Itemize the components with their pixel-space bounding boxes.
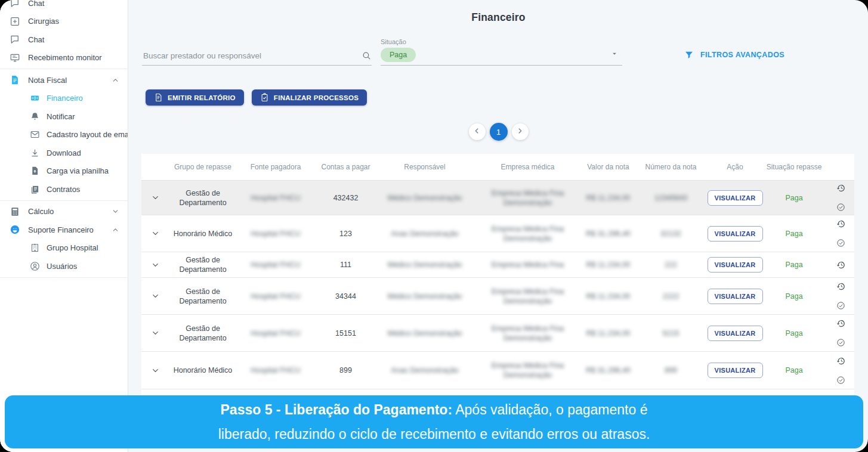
history-icon[interactable] xyxy=(836,261,845,270)
chevron-down-icon[interactable] xyxy=(610,49,619,58)
cell-fonte-pagadora: Hospital FHCU xyxy=(237,326,314,340)
history-icon[interactable] xyxy=(836,282,845,291)
cell-valor-nota: R$ 11.234,00 xyxy=(583,289,634,304)
expand-row-icon[interactable] xyxy=(141,329,169,338)
sidebar-item-label: Usuários xyxy=(47,262,77,271)
financial-table: Grupo de repasseFonte pagadoraContas a p… xyxy=(141,154,854,426)
sidebar-item-chat[interactable]: Chat xyxy=(0,30,128,49)
prev-page-button[interactable] xyxy=(469,123,486,140)
sidebar-item-label: Download xyxy=(47,148,81,157)
sidebar-item-label: Notificar xyxy=(47,112,75,121)
visualizar-button[interactable]: VISUALIZAR xyxy=(708,226,763,242)
sidebar-item-nota-fiscal[interactable]: Nota Fiscal xyxy=(0,71,128,89)
history-icon[interactable] xyxy=(836,219,845,228)
expand-row-icon[interactable] xyxy=(141,229,169,238)
row-actions xyxy=(826,282,855,310)
cell-numero-nota: 2222 xyxy=(634,289,708,304)
sidebar-item-label: Chat xyxy=(28,0,44,8)
bell-icon xyxy=(30,112,40,122)
sidebar-item-label: Cadastro layout de email xyxy=(47,130,128,139)
check-circle-icon[interactable] xyxy=(836,203,845,212)
check-circle-icon[interactable] xyxy=(836,338,845,347)
history-icon[interactable] xyxy=(836,184,845,193)
check-circle-icon[interactable] xyxy=(836,239,845,247)
column-header-acao: Ação xyxy=(708,163,762,171)
advanced-filters-button[interactable]: FILTROS AVANÇADOS xyxy=(684,50,784,66)
visualizar-button[interactable]: VISUALIZAR xyxy=(708,363,763,378)
sidebar-item-label: Financeiro xyxy=(47,94,83,103)
filter-icon xyxy=(684,50,694,60)
sidebar-item-label: Suporte Financeiro xyxy=(28,225,94,234)
search-icon[interactable] xyxy=(362,51,372,61)
cell-contas-pagar: 34344 xyxy=(314,289,377,304)
sidebar-item-suporte-financeiro[interactable]: Suporte Financeiro xyxy=(0,221,128,239)
situacao-select[interactable]: Situação Paga xyxy=(381,38,622,66)
cell-grupo-repasse: Gestão de Departamento xyxy=(169,253,237,277)
cell-fonte-pagadora: Hospital FHCU xyxy=(237,289,314,304)
history-icon[interactable] xyxy=(836,357,845,366)
visualizar-button[interactable]: VISUALIZAR xyxy=(708,289,763,304)
monitor-icon xyxy=(10,52,20,63)
next-page-button[interactable] xyxy=(512,123,529,140)
cell-numero-nota: 12345643 xyxy=(634,191,708,205)
table-body: Gestão de DepartamentoHospital FHCU43243… xyxy=(141,181,854,426)
column-header-responsavel: Responsável xyxy=(377,163,472,171)
expand-row-icon[interactable] xyxy=(141,366,169,375)
row-actions xyxy=(826,319,855,347)
cell-grupo-repasse: Gestão de Departamento xyxy=(169,284,237,308)
sidebar-item-cirurgias[interactable]: Cirurgias xyxy=(0,13,128,31)
cell-empresa-medica: Empresa Médica Fina Demonstração xyxy=(472,321,583,345)
cell-numero-nota: 32132 xyxy=(634,227,708,241)
check-circle-icon[interactable] xyxy=(836,376,845,385)
calculator-icon xyxy=(10,206,20,217)
sidebar-item-usuarios[interactable]: Usuários xyxy=(0,257,128,275)
cell-fonte-pagadora: Hospital FHCU xyxy=(237,258,314,272)
row-actions xyxy=(826,357,855,385)
cell-valor-nota: R$ 11.234,00 xyxy=(583,326,634,340)
sidebar-item-carga-via-planilha[interactable]: Carga via planilha xyxy=(0,162,128,181)
column-header-fonte-pagadora: Fonte pagadora xyxy=(237,163,314,171)
chat-icon xyxy=(10,0,20,8)
sidebar-item-download[interactable]: Download xyxy=(0,144,128,162)
sidebar-item-cadastro-layout-de-email[interactable]: Cadastro layout de email xyxy=(0,126,128,144)
status-badge: Paga xyxy=(762,194,826,202)
table-row: Honorário MédicoHospital FHCU899Anas Dem… xyxy=(141,352,854,389)
check-circle-icon[interactable] xyxy=(836,301,845,310)
cell-empresa-medica: Empresa Médica Fina Demonstração xyxy=(472,186,583,210)
situacao-chip[interactable]: Paga xyxy=(381,48,416,62)
visualizar-button[interactable]: VISUALIZAR xyxy=(708,326,763,341)
cell-grupo-repasse: Gestão de Departamento xyxy=(169,321,237,345)
finalize-label: FINALIZAR PROCESSOS xyxy=(274,94,359,101)
banner-line2: liberado, reduzindo o ciclo de recebimen… xyxy=(218,422,650,447)
sidebar-item-contratos[interactable]: Contratos xyxy=(0,180,128,199)
sidebar-item-grupo-hospital[interactable]: Grupo Hospital xyxy=(0,239,128,258)
cell-valor-nota: R$ 31.296,40 xyxy=(583,363,634,377)
current-page-button[interactable]: 1 xyxy=(490,123,508,141)
search-input[interactable] xyxy=(142,51,362,61)
search-field[interactable] xyxy=(142,51,372,66)
chevron-right-icon xyxy=(516,127,524,137)
visualizar-button[interactable]: VISUALIZAR xyxy=(708,257,763,273)
history-icon[interactable] xyxy=(836,319,845,328)
cell-numero-nota: 222 xyxy=(634,258,708,272)
sidebar-item-label: Grupo Hospital xyxy=(47,243,98,252)
sidebar-divider xyxy=(0,277,128,278)
finalize-processes-button[interactable]: FINALIZAR PROCESSOS xyxy=(252,89,367,106)
expand-row-icon[interactable] xyxy=(141,292,169,301)
expand-row-icon[interactable] xyxy=(141,261,169,270)
expand-row-icon[interactable] xyxy=(141,193,169,202)
cell-contas-pagar: 899 xyxy=(314,363,377,377)
sidebar-item-recebimento-monitor[interactable]: Recebimento monitor xyxy=(0,49,128,67)
visualizar-button[interactable]: VISUALIZAR xyxy=(708,190,763,206)
clipboard-check-icon xyxy=(260,93,269,102)
cell-responsavel: Médico Demonstração xyxy=(377,191,472,205)
sidebar-item-financeiro[interactable]: Financeiro xyxy=(0,89,128,108)
sidebar-item-notificar[interactable]: Notificar xyxy=(0,107,128,126)
emit-report-button[interactable]: EMITIR RELATÓRIO xyxy=(146,89,244,106)
cell-grupo-repasse: Gestão de Departamento xyxy=(169,186,237,210)
contracts-icon xyxy=(30,184,40,194)
upload-file-icon xyxy=(30,166,40,176)
sidebar-item-calculo[interactable]: Cálculo xyxy=(0,203,128,221)
sidebar-item-chat[interactable]: Chat xyxy=(0,0,128,13)
chevron-up-icon xyxy=(112,226,119,234)
